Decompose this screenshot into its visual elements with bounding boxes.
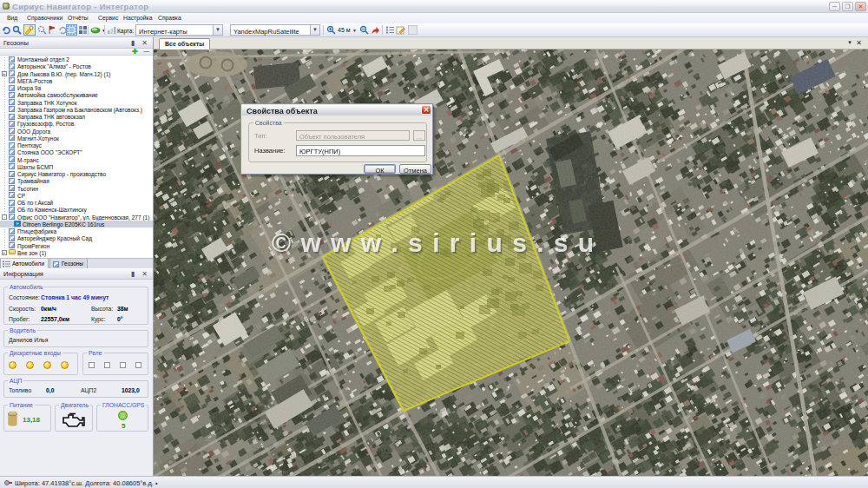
svg-text:© w w w . s i r i u s . s u: © w w w . s i r i u s . s u (272, 228, 595, 257)
